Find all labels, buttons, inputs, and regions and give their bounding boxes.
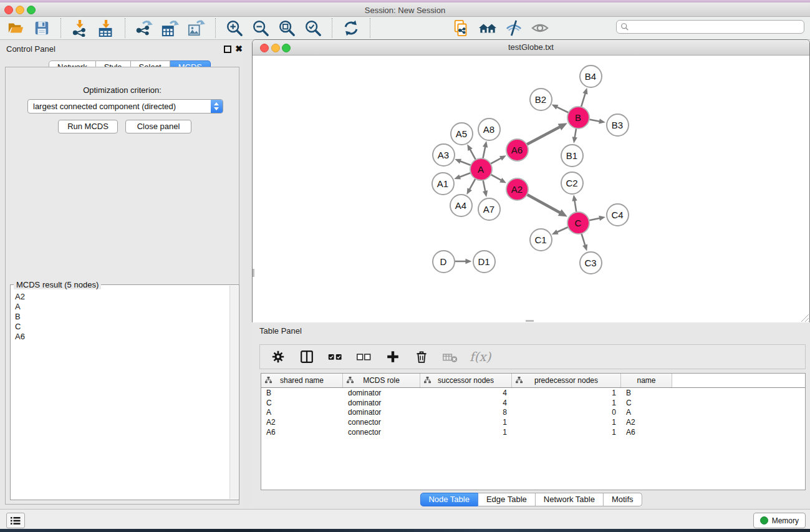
network-window-titlebar: testGlobe.txt xyxy=(253,40,809,56)
horizontal-splitter-handle[interactable] xyxy=(526,320,534,322)
tab-motifs[interactable]: Motifs xyxy=(604,493,642,506)
apply-layout-icon[interactable] xyxy=(342,19,360,37)
table-panel-title: Table Panel xyxy=(259,326,302,336)
zoom-in-icon[interactable] xyxy=(225,19,244,37)
save-session-icon[interactable] xyxy=(32,19,51,37)
hide-selected-icon[interactable] xyxy=(504,19,523,37)
mcds-result-item[interactable]: A2 xyxy=(11,291,230,301)
result-list-scrollbar[interactable] xyxy=(229,286,238,499)
close-panel-icon[interactable]: ✖ xyxy=(235,46,243,53)
import-network-icon[interactable] xyxy=(70,19,89,37)
graph-node-A7[interactable]: A7 xyxy=(478,198,501,221)
mcds-result-item[interactable]: A xyxy=(11,301,230,311)
run-mcds-button[interactable]: Run MCDS xyxy=(58,120,118,133)
open-file-icon[interactable] xyxy=(6,19,25,37)
table-row[interactable]: Bdominator41B xyxy=(261,388,805,398)
table-cell: 1 xyxy=(420,428,512,437)
table-row[interactable]: A2connector11A2 xyxy=(261,417,805,427)
mcds-result-item[interactable]: B xyxy=(11,311,230,321)
delete-column-icon[interactable] xyxy=(412,347,431,366)
column-header-successor-nodes[interactable]: successor nodes xyxy=(420,374,512,387)
graph-node-C[interactable]: C xyxy=(567,211,590,235)
network-canvas[interactable]: AA1A2A3A4A5A6A7A8BB1B2B3B4CC1C2C3C4DD1 xyxy=(253,56,809,322)
graph-node-A6[interactable]: A6 xyxy=(506,138,529,162)
column-type-icon xyxy=(424,377,431,384)
mcds-tab-content: Optimization criterion: largest connecte… xyxy=(5,67,239,505)
table-cell: connector xyxy=(343,428,420,437)
column-header-MCDS-role[interactable]: MCDS role xyxy=(343,374,420,387)
zoom-fit-icon[interactable] xyxy=(277,19,296,37)
import-table-icon[interactable] xyxy=(97,19,115,37)
memory-status-icon xyxy=(760,516,768,525)
table-cell: A2 xyxy=(261,418,343,427)
mcds-result-title: MCDS result (5 nodes) xyxy=(14,280,101,289)
delete-table-icon[interactable] xyxy=(441,347,460,366)
application-window: Session: New Session xyxy=(0,0,810,532)
show-all-icon[interactable] xyxy=(531,19,549,37)
tab-node-table[interactable]: Node Table xyxy=(420,493,478,506)
graph-node-B1[interactable]: B1 xyxy=(561,144,584,167)
table-cell: 4 xyxy=(420,399,512,407)
add-column-icon[interactable] xyxy=(383,347,402,366)
column-visibility-icon[interactable] xyxy=(297,347,316,366)
table-cell: 1 xyxy=(512,399,621,407)
table-row[interactable]: Cdominator41C xyxy=(261,398,805,408)
node-table: shared nameMCDS rolesuccessor nodesprede… xyxy=(261,373,806,490)
column-header-name[interactable]: name xyxy=(621,374,672,387)
zoom-out-icon[interactable] xyxy=(251,19,270,37)
export-network-icon[interactable] xyxy=(135,19,153,37)
tab-edge-table[interactable]: Edge Table xyxy=(478,493,536,506)
first-neighbors-icon[interactable] xyxy=(478,19,497,37)
graph-node-A2[interactable]: A2 xyxy=(506,178,529,201)
graph-node-B4[interactable]: B4 xyxy=(579,65,602,88)
graph-node-C2[interactable]: C2 xyxy=(561,172,584,195)
graph-node-D[interactable]: D xyxy=(432,250,455,273)
column-header-shared-name[interactable]: shared name xyxy=(261,374,343,387)
export-table-icon[interactable] xyxy=(161,19,180,37)
graph-node-A5[interactable]: A5 xyxy=(450,122,473,145)
graph-node-D1[interactable]: D1 xyxy=(473,250,496,273)
export-image-icon[interactable] xyxy=(187,19,206,37)
graph-node-B2[interactable]: B2 xyxy=(529,88,552,111)
zoom-selected-icon[interactable] xyxy=(304,19,322,37)
new-network-from-selection-icon[interactable] xyxy=(452,19,471,37)
graph-node-A3[interactable]: A3 xyxy=(432,143,455,167)
graph-node-A8[interactable]: A8 xyxy=(478,118,501,141)
graph-node-C4[interactable]: C4 xyxy=(606,203,629,226)
table-row[interactable]: A6connector11A6 xyxy=(261,427,805,437)
table-options-icon[interactable] xyxy=(269,347,287,366)
mcds-result-item[interactable]: A6 xyxy=(11,331,230,341)
column-type-icon xyxy=(347,377,354,384)
mcds-result-group: MCDS result (5 nodes) A2ABCA6 xyxy=(10,284,239,500)
graph-node-C1[interactable]: C1 xyxy=(529,228,552,251)
edge-arrowhead-icon xyxy=(483,190,488,197)
graph-node-A1[interactable]: A1 xyxy=(432,172,455,195)
table-cell: 1 xyxy=(420,418,512,427)
float-panel-icon[interactable] xyxy=(224,46,231,53)
close-panel-button[interactable]: Close panel xyxy=(125,120,191,133)
table-cell: A xyxy=(261,408,343,417)
mcds-result-item[interactable]: C xyxy=(11,321,230,331)
graph-node-B[interactable]: B xyxy=(567,106,590,129)
deselect-all-checkboxes-icon[interactable] xyxy=(355,347,374,366)
dropdown-stepper-icon xyxy=(211,100,223,113)
column-header-predecessor-nodes[interactable]: predecessor nodes xyxy=(512,374,621,387)
memory-button[interactable]: Memory xyxy=(753,513,806,528)
tab-network-table[interactable]: Network Table xyxy=(536,493,604,506)
graph-node-A[interactable]: A xyxy=(470,158,493,181)
search-input[interactable] xyxy=(629,21,804,32)
graph-node-A4[interactable]: A4 xyxy=(450,194,473,217)
edge-arrowhead-icon xyxy=(466,259,472,264)
graph-node-C3[interactable]: C3 xyxy=(579,251,602,274)
function-builder-icon[interactable]: f(x) xyxy=(470,349,491,364)
select-all-checkboxes-icon[interactable] xyxy=(326,347,345,366)
table-row[interactable]: Adominator80A xyxy=(261,408,805,418)
show-task-history-button[interactable] xyxy=(6,513,25,528)
search-box[interactable] xyxy=(616,20,804,34)
criterion-dropdown[interactable]: largest connected component (directed) xyxy=(27,99,223,114)
table-cell: A2 xyxy=(621,418,672,427)
mcds-result-list: A2ABCA6 xyxy=(11,291,230,499)
edge-arrowhead-icon xyxy=(599,216,605,221)
vertical-splitter-handle[interactable] xyxy=(253,269,254,277)
graph-node-B3[interactable]: B3 xyxy=(606,114,629,137)
